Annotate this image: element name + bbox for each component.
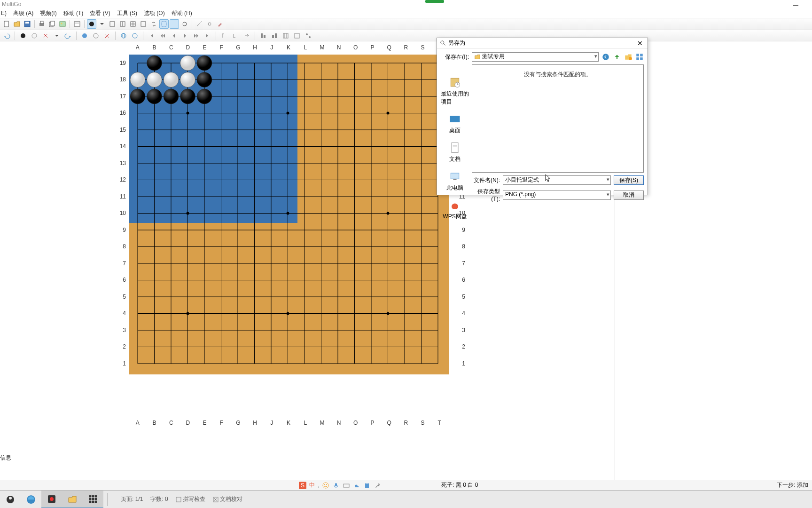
filename-label: 文件名(N): <box>472 176 500 184</box>
redo-icon[interactable] <box>63 31 73 40</box>
menu-bar: E) 高级 (A) 视频(I) 移动 (T) 查看 (V) 工具 (S) 选项 … <box>0 8 812 18</box>
globe2-icon[interactable] <box>130 31 140 40</box>
sogou-icon[interactable]: S <box>299 482 306 489</box>
svg-point-8 <box>61 23 62 24</box>
grid-small-icon[interactable] <box>281 31 290 40</box>
grid1-icon[interactable] <box>108 19 117 29</box>
menu-move[interactable]: 移动 (T) <box>63 9 84 17</box>
side-docs[interactable]: 文档 <box>448 141 461 163</box>
copy-board-icon[interactable] <box>47 19 57 29</box>
tool-icon[interactable] <box>374 482 381 489</box>
grid3-icon[interactable] <box>128 19 138 29</box>
nav-prev10-icon[interactable] <box>158 31 167 40</box>
save-icon[interactable] <box>23 19 32 29</box>
undo-icon[interactable] <box>2 31 11 40</box>
shirt-icon[interactable] <box>363 482 371 489</box>
word-count: 字数: 0 <box>150 495 168 503</box>
cancel-button[interactable]: 取消 <box>614 190 644 200</box>
mic-icon[interactable] <box>332 482 340 489</box>
ring-icon[interactable] <box>30 31 39 40</box>
branch-next-icon[interactable] <box>242 31 251 40</box>
highlight-icon[interactable] <box>170 19 179 29</box>
nav-back-icon[interactable] <box>601 53 610 61</box>
wand-icon[interactable] <box>195 19 204 29</box>
side-recent[interactable]: 最近使用的项目 <box>441 76 469 106</box>
svg-rect-132 <box>176 497 181 502</box>
go-board[interactable] <box>129 55 458 384</box>
black-stone-icon[interactable] <box>18 31 28 40</box>
nav-next-icon[interactable] <box>180 31 190 40</box>
spell-check[interactable]: 拼写检查 <box>176 495 205 503</box>
globe1-icon[interactable] <box>119 31 128 40</box>
branch-up-icon[interactable] <box>219 31 229 40</box>
svg-rect-12 <box>110 22 115 26</box>
open-icon[interactable] <box>12 19 22 29</box>
menu-option[interactable]: 选项 (O) <box>144 9 165 17</box>
ime-indicator[interactable]: 中 <box>309 481 315 489</box>
side-desktop[interactable]: 桌面 <box>448 112 461 135</box>
menu-help[interactable]: 帮助 (H) <box>172 9 192 17</box>
filename-input[interactable]: 小目托退定式 <box>503 175 611 185</box>
svg-rect-112 <box>452 143 458 153</box>
svg-point-26 <box>94 33 98 38</box>
minimize-button[interactable]: — <box>789 1 803 7</box>
grid-big-icon[interactable] <box>292 31 302 40</box>
save-button[interactable]: 保存(S) <box>614 175 644 185</box>
filetype-select[interactable]: PNG (*.png) <box>503 190 611 200</box>
menu-advanced[interactable]: 高级 (A) <box>13 9 33 17</box>
settings-icon[interactable] <box>205 19 214 29</box>
grid2-icon[interactable] <box>118 19 127 29</box>
swap-icon[interactable] <box>149 19 158 29</box>
print-icon[interactable] <box>37 19 47 29</box>
svg-text:S: S <box>301 482 304 489</box>
menu-tools[interactable]: 工具 (S) <box>117 9 137 17</box>
info-icon[interactable] <box>72 19 82 29</box>
task-multigo[interactable] <box>83 491 103 508</box>
keyboard-icon[interactable] <box>343 482 350 489</box>
smiley-icon[interactable] <box>322 482 329 489</box>
folder-icon <box>474 54 481 60</box>
delete-icon[interactable] <box>102 31 112 40</box>
brush-icon[interactable] <box>215 19 225 29</box>
nav-up-icon[interactable] <box>613 53 621 61</box>
progress-indicator <box>425 0 444 3</box>
task-app1[interactable] <box>0 491 21 508</box>
new-folder-icon[interactable] <box>624 53 632 61</box>
task-recorder[interactable] <box>41 491 62 508</box>
cloud-icon[interactable] <box>353 482 360 489</box>
view-mode-icon[interactable] <box>635 53 644 61</box>
pass-icon[interactable] <box>91 31 101 40</box>
dropdown-icon[interactable] <box>97 19 107 29</box>
new-icon[interactable] <box>2 19 11 29</box>
side-pc[interactable]: 此电脑 <box>446 170 463 192</box>
chevron-down-icon[interactable] <box>52 31 62 40</box>
menu-video[interactable]: 视频(I) <box>40 9 56 17</box>
tree-icon[interactable] <box>304 31 313 40</box>
menu-view[interactable]: 查看 (V) <box>90 9 110 17</box>
svg-point-88 <box>147 56 162 71</box>
svg-point-29 <box>133 33 137 38</box>
world-icon[interactable] <box>80 31 89 40</box>
nav-next10-icon[interactable] <box>192 31 201 40</box>
task-explorer[interactable] <box>62 491 83 508</box>
grid4-icon[interactable] <box>139 19 148 29</box>
side-wps[interactable]: WPS网盘 <box>443 198 467 221</box>
score2-icon[interactable] <box>270 31 279 40</box>
menu-e[interactable]: E) <box>1 10 7 16</box>
nav-last-icon[interactable] <box>203 31 212 40</box>
dialog-close-icon[interactable]: ✕ <box>635 40 645 47</box>
status-bar: S 中 , 死子: 黑 0 白 0 下一步: 添加 <box>0 480 812 490</box>
play-mode-icon[interactable] <box>87 19 96 29</box>
save-in-select[interactable]: 测试专用 <box>472 52 599 62</box>
branch-down-icon[interactable] <box>231 31 240 40</box>
select-area-icon[interactable] <box>159 19 169 29</box>
clear-icon[interactable] <box>41 31 50 40</box>
nav-first-icon[interactable] <box>147 31 156 40</box>
task-edge[interactable] <box>21 491 41 508</box>
file-list[interactable]: 没有与搜索条件匹配的项。 <box>472 64 644 173</box>
export-image-icon[interactable] <box>58 19 67 29</box>
nav-prev-icon[interactable] <box>169 31 179 40</box>
doc-proof[interactable]: 文档校对 <box>213 495 242 503</box>
score1-icon[interactable] <box>258 31 268 40</box>
marker-icon[interactable] <box>180 19 189 29</box>
